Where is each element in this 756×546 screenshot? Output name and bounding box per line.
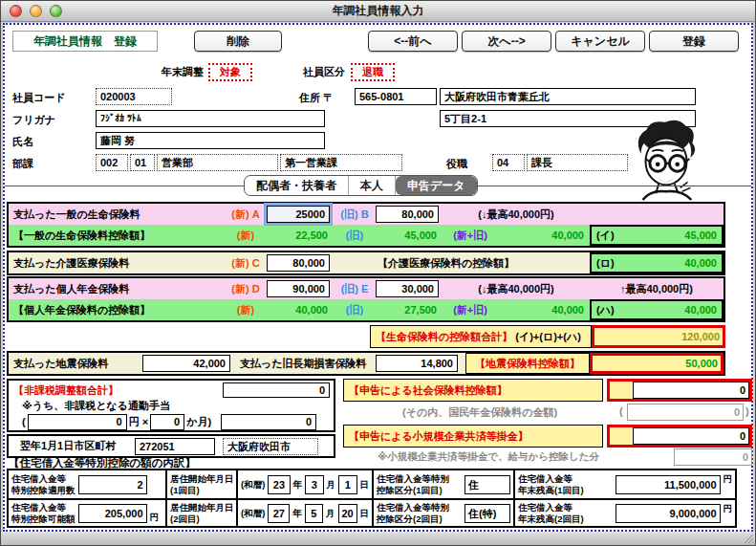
life-ded-label: 【一般の生命保険料控除額】 (9, 229, 225, 243)
name-field[interactable]: 藤岡 努 (96, 132, 325, 149)
housing1-count-input[interactable]: 2 (78, 475, 147, 494)
city-code-field[interactable]: 272051 (135, 438, 215, 455)
city-label: 翌年1月1日市区町村 (9, 439, 135, 453)
app-window: 年調社員情報入力 年調社員情報 登録 削除 <--前へ 次へ--> キャンセル … (0, 0, 756, 546)
housing-row-1: 住宅借入金等特別控除適用数 2 居住開始年月日(1回目) (和暦) 23 年 3… (9, 470, 735, 498)
employee-code-field[interactable]: 020003 (96, 88, 172, 105)
life-ded-sum-label: (新+旧) (443, 229, 498, 243)
housing2-start-label-2: (2回目) (170, 513, 234, 524)
delete-button[interactable]: 削除 (194, 31, 282, 52)
declared-mutual-input[interactable]: 0 (633, 427, 749, 445)
life-total-row: 【生命保険料の控除額合計】 (イ)+(ロ)+(ハ) 120,000 (7, 325, 725, 348)
tab-self[interactable]: 本人 (349, 176, 396, 195)
housing1-year-input[interactable]: 23 (268, 475, 290, 494)
life-paid-note: (↓最高40,000円) (443, 207, 590, 222)
role-label: 役職 (446, 157, 467, 171)
life-paid-new-input[interactable]: 25000 (267, 206, 330, 223)
life-paid-old-input[interactable]: 80,000 (376, 206, 439, 223)
pension-portion-close: ) (745, 405, 749, 417)
pension-paid-row: 支払った個人年金保険料 (新) D 90,000 (旧) E 30,000 (↓… (9, 278, 724, 299)
housing1-day-input[interactable]: 1 (338, 475, 356, 494)
taxfree-note: ※うち、非課税となる通勤手当 (9, 399, 334, 412)
housing-table: 住宅借入金等特別控除適用数 2 居住開始年月日(1回目) (和暦) 23 年 3… (7, 469, 737, 528)
mode-label: 年調社員情報 登録 (12, 31, 158, 52)
close-icon[interactable] (10, 5, 22, 17)
housing2-kubun-input[interactable]: 住(特) (464, 504, 510, 523)
care-paid-label: 支払った介護医療保険料 (9, 256, 225, 271)
earthquake-ded-label: 【地震保険料控除額】 (465, 353, 590, 374)
housing1-month-input[interactable]: 3 (305, 475, 323, 494)
care-paid-new-input[interactable]: 80,000 (267, 254, 330, 272)
pension-paid-new-input[interactable]: 90,000 (267, 280, 330, 297)
housing2-amount-input[interactable]: 205,000 (78, 504, 147, 523)
kana-label: フリガナ (12, 113, 55, 127)
taxfree-label: 【非課税調整額合計】 (13, 383, 119, 398)
housing1-balance-unit: 円 (724, 470, 733, 484)
pension-deduction-row: 【個人年金保険料の控除額】 (新) 40,000 (旧) 27,500 (新+旧… (9, 299, 724, 320)
prev-button[interactable]: <--前へ (368, 31, 458, 52)
employee-code-label: 社員コード (12, 91, 66, 105)
taxfree-months-input[interactable]: 0 (150, 414, 184, 430)
housing1-era-label: (和暦) (241, 479, 265, 490)
dept-label: 部課 (12, 157, 33, 171)
housing1-balance-label-2: 年末残高(1回目) (518, 485, 613, 495)
housing2-month-unit: 月 (326, 508, 335, 518)
resize-handle-icon[interactable] (742, 532, 754, 544)
cancel-button[interactable]: キャンセル (555, 31, 645, 52)
life-ded-old-label: (旧) (334, 229, 376, 243)
nencho-label: 年末調整 (162, 65, 204, 79)
housing2-balance-label-2: 年末残高(2回目) (518, 513, 613, 524)
pension-ded-sum-label: (新+旧) (443, 303, 498, 317)
minimize-icon[interactable] (30, 5, 42, 17)
earthquake-old-input[interactable]: 14,800 (376, 355, 458, 372)
housing2-era-label: (和暦) (241, 508, 265, 518)
role-name-field: 課長 (527, 154, 628, 171)
housing1-month-unit: 月 (327, 479, 336, 490)
declared-social-label: 【申告による社会保険料控除額】 (349, 383, 508, 398)
window-bottom-bar (1, 532, 755, 545)
housing1-day-unit: 日 (360, 479, 370, 490)
taxfree-amount-input[interactable]: 0 (28, 414, 127, 430)
housing2-left-unit: 円 (150, 512, 160, 526)
pension-ded-new-label: (新) (225, 303, 267, 317)
nencho-flag[interactable]: 対象 (208, 63, 252, 81)
earthquake-row: 支払った地震保険料 42,000 支払った旧長期損害保険料 14,800 【地震… (7, 351, 725, 376)
sect-code-field: 01 (130, 154, 155, 171)
life-total-formula: (イ)+(ロ)+(ハ) (515, 330, 581, 344)
housing1-balance-input[interactable]: 11,500,000 (616, 475, 721, 494)
housing2-start-label-1: 居住開始年月日 (170, 502, 234, 513)
life-ded-result-label: (イ) (596, 229, 615, 243)
register-button[interactable]: 登録 (649, 31, 739, 52)
housing2-left-label-2: 特別控除可能額 (11, 513, 76, 524)
housing2-year-input[interactable]: 27 (268, 504, 290, 523)
housing1-kubun-input[interactable]: 住 (464, 475, 510, 494)
earthquake-paid-input[interactable]: 42,000 (142, 355, 230, 372)
housing2-left-label-1: 住宅借入金等 (11, 502, 76, 513)
taxfree-yen-times: 円 × (129, 415, 148, 429)
pension-paid-old-input[interactable]: 30,000 (376, 280, 439, 297)
tab-declaration-data[interactable]: 申告データ (396, 176, 477, 195)
pension-paid-new-label: (新) D (225, 282, 267, 296)
address1-field[interactable]: 大阪府吹田市青葉丘北 (440, 88, 696, 105)
pension-ded-old-value: 27,500 (376, 304, 443, 316)
next-button[interactable]: 次へ--> (462, 31, 551, 52)
taxfree-months-close: か月) (186, 415, 211, 429)
pension-ded-label: 【個人年金保険料の控除額】 (9, 303, 225, 317)
tab-spouse-dependents[interactable]: 配偶者・扶養者 (245, 176, 349, 195)
dept-code-field: 002 (96, 154, 128, 171)
housing1-left-label-1: 住宅借入金等 (11, 473, 76, 484)
pension-paid-old-label: (旧) E (334, 282, 376, 296)
kubun-flag[interactable]: 退職 (351, 63, 395, 81)
housing2-day-input[interactable]: 20 (338, 504, 357, 523)
pension-ded-result-label: (ハ) (596, 303, 615, 317)
kana-field[interactable]: ﾌｼﾞｵｶ ﾂﾄﾑ (96, 110, 325, 127)
zoom-icon[interactable] (50, 5, 62, 17)
pension-ded-new-value: 40,000 (267, 304, 334, 316)
pension-portion-note: (その内、国民年金保険料の金額) (402, 405, 557, 420)
postal-field[interactable]: 565-0801 (355, 88, 437, 105)
housing2-month-input[interactable]: 5 (305, 504, 323, 523)
declared-social-input[interactable]: 0 (633, 382, 749, 399)
housing2-balance-input[interactable]: 9,000,000 (616, 504, 721, 523)
care-ded-label: 【介護医療保険料の控除額】 (378, 256, 514, 271)
tab-bar: 配偶者・扶養者 本人 申告データ (244, 175, 478, 196)
